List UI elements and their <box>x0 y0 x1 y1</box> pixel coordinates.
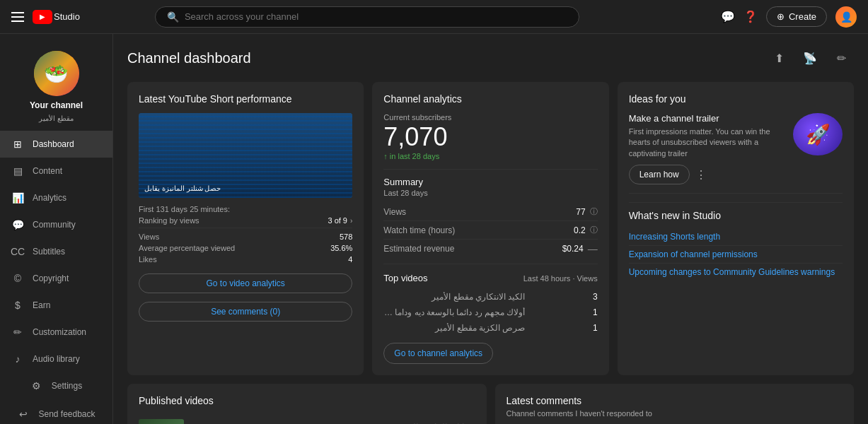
views-val: 77 ⓘ <box>576 206 597 217</box>
sidebar-label-audio: Audio library <box>33 354 80 364</box>
go-to-channel-analytics-button[interactable]: Go to channel analytics <box>383 343 493 364</box>
sidebar-item-analytics[interactable]: 📊 Analytics <box>0 184 112 211</box>
analytics-icon: 📊 <box>11 192 24 204</box>
sidebar-item-feedback[interactable]: ↩ Send feedback <box>6 401 106 424</box>
top-videos-title: Top videos <box>383 273 427 283</box>
sidebar-item-customization[interactable]: ✏ Customization <box>0 319 112 346</box>
sidebar-item-earn[interactable]: $ Earn <box>0 292 112 319</box>
watchtime-info-icon[interactable]: ⓘ <box>590 225 598 235</box>
idea-top: Make a channel trailer First impressions… <box>629 113 843 159</box>
watchtime-key: Watch time (hours) <box>383 225 455 235</box>
see-comments-button[interactable]: See comments (0) <box>139 302 352 322</box>
search-bar: 🔍 <box>155 6 579 28</box>
whats-new-title: What's new in Studio <box>629 210 843 221</box>
latest-short-card: Latest YouTube Short performance حصل شنل… <box>127 82 364 375</box>
sidebar-item-subtitles[interactable]: CC Subtitles <box>0 238 112 265</box>
create-label: Create <box>789 11 816 22</box>
youtube-icon <box>33 10 52 24</box>
main-content: Channel dashboard ⬆ 📡 ✏ Latest YouTube S… <box>113 34 868 424</box>
sidebar-item-copyright[interactable]: © Copyright <box>0 265 112 292</box>
sidebar-item-audio[interactable]: ♪ Audio library <box>0 346 112 372</box>
go-to-video-analytics-button[interactable]: Go to video analytics <box>139 273 352 293</box>
likes-label: Likes <box>139 255 240 264</box>
sidebar-label-feedback: Send feedback <box>38 409 95 419</box>
latest-short-title: Latest YouTube Short performance <box>139 93 352 105</box>
revenue-val: $0.24 — <box>562 243 598 254</box>
revenue-summary-row: Estimated revenue $0.24 — <box>383 240 597 258</box>
sidebar-item-dashboard[interactable]: ⊞ Dashboard <box>0 131 112 158</box>
help-icon[interactable]: ❓ <box>743 10 758 23</box>
idea-actions: Learn how ⋮ <box>629 165 843 184</box>
summary-period: Last 28 days <box>383 189 597 197</box>
avg-pct-value: 35.6% <box>251 244 352 252</box>
customization-icon: ✏ <box>11 326 24 338</box>
video-thumb-1 <box>139 419 184 424</box>
ranking-val-text: 3 of 9 <box>328 216 347 225</box>
ranking-chevron: › <box>350 217 352 225</box>
comments-subtitle: Channel comments I haven't responded to <box>507 409 843 418</box>
sidebar-item-content[interactable]: ▤ Content <box>0 158 112 184</box>
short-days-label: First 131 days 25 minutes: <box>139 205 352 213</box>
sub-count: 7,070 <box>383 122 597 152</box>
ideas-title: Ideas for you <box>629 93 843 105</box>
feedback-icon: ↩ <box>17 408 30 420</box>
user-avatar[interactable]: 👤 <box>835 6 857 28</box>
top-videos-header: Top videos Last 48 hours · Views <box>383 273 597 283</box>
summary-section: Summary Last 28 days Views 77 ⓘ Watch ti… <box>383 177 597 258</box>
top-videos-section: Top videos Last 48 hours · Views الكيد ا… <box>383 273 597 336</box>
idea-content: Make a channel trailer First impressions… <box>629 113 787 159</box>
sidebar-item-settings[interactable]: ⚙ Settings <box>19 372 93 399</box>
video-item-1: مجانات المانبزة الجديد 👁 600 💬 0 <box>139 415 475 424</box>
sidebar-item-community[interactable]: 💬 Community <box>0 211 112 238</box>
sub-change-text: in last 28 days <box>390 152 439 160</box>
channel-avatar[interactable] <box>34 51 79 96</box>
comments-title: Latest comments <box>507 395 843 406</box>
sidebar-label-content: Content <box>33 166 62 176</box>
search-input[interactable] <box>185 11 567 22</box>
copyright-icon: © <box>11 272 24 285</box>
views-info-icon[interactable]: ⓘ <box>590 206 598 217</box>
sidebar-label-settings: Settings <box>52 381 82 391</box>
more-options-icon[interactable]: ⋮ <box>695 168 707 182</box>
top-video-row-3: صرص الكزية مقطع الأمير 1 <box>383 320 597 336</box>
latest-comments-card: Latest comments Channel comments I haven… <box>495 384 855 424</box>
chat-icon[interactable]: 💬 <box>721 10 735 23</box>
whats-new-item-1[interactable]: Increasing Shorts length <box>629 228 843 246</box>
short-thumbnail: حصل شنلتر المانبزة يقابل <box>139 113 352 198</box>
create-button[interactable]: ⊕ Create <box>766 6 827 27</box>
create-plus-icon: ⊕ <box>777 11 785 22</box>
dashboard-bottom-grid: Published videos مجانات المانبزة الجديد … <box>127 384 854 424</box>
sidebar-label-earn: Earn <box>33 300 50 310</box>
subtitles-icon: CC <box>11 245 24 258</box>
upload-button[interactable]: ⬆ <box>766 45 792 71</box>
sidebar-label-community: Community <box>33 220 76 230</box>
dashboard-top-grid: Latest YouTube Short performance حصل شنل… <box>127 82 854 375</box>
top-video-title-1: الكيد الانتكاري مقطع الأمير <box>383 292 525 302</box>
ranking-label: Ranking by views <box>139 216 199 225</box>
channel-name: Your channel <box>30 100 83 110</box>
sub-change: ↑ in last 28 days <box>383 152 597 160</box>
published-videos-title: Published videos <box>139 395 475 406</box>
sidebar-label-analytics: Analytics <box>33 193 66 203</box>
revenue-dash-icon: — <box>588 243 598 254</box>
whats-new-item-2[interactable]: Expansion of channel permissions <box>629 246 843 264</box>
page-title: Channel dashboard <box>127 50 251 66</box>
views-label: Views <box>139 232 240 241</box>
settings-icon: ⚙ <box>30 379 43 392</box>
watchtime-val: 0.2 ⓘ <box>574 225 598 235</box>
topbar-actions: 💬 ❓ ⊕ Create 👤 <box>721 6 857 28</box>
hamburger-menu[interactable] <box>11 12 24 22</box>
channel-analytics-card: Channel analytics Current subscribers 7,… <box>372 82 608 375</box>
learn-how-button[interactable]: Learn how <box>629 165 690 184</box>
edit-button[interactable]: ✏ <box>828 45 854 71</box>
sub-change-arrow: ↑ <box>383 152 388 160</box>
top-video-views-3: 1 <box>593 323 598 333</box>
top-video-row-1: الكيد الانتكاري مقطع الأمير 3 <box>383 289 597 305</box>
header-actions: ⬆ 📡 ✏ <box>766 45 854 71</box>
go-live-button[interactable]: 📡 <box>797 45 823 71</box>
published-videos-card: Published videos مجانات المانبزة الجديد … <box>127 384 487 424</box>
views-summary-row: Views 77 ⓘ <box>383 203 597 221</box>
whats-new-item-3[interactable]: Upcoming changes to Community Guidelines… <box>629 264 843 281</box>
content-icon: ▤ <box>11 165 24 177</box>
views-value: 578 <box>251 232 352 241</box>
